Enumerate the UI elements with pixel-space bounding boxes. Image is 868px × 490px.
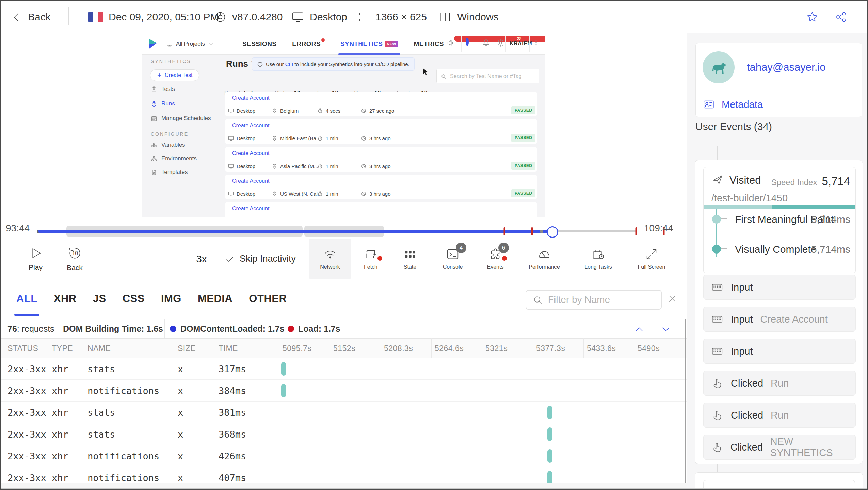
briefcase-icon xyxy=(592,247,605,261)
fullscreen-icon xyxy=(645,247,658,261)
network-request-row[interactable]: 2xx-3xxxhrnotificationsx407ms xyxy=(1,467,687,483)
run-card: Create AccountDesktopMiddle East (Ba...1… xyxy=(225,119,537,144)
favorite-button[interactable] xyxy=(806,1,819,33)
play-icon xyxy=(29,246,43,260)
info-icon xyxy=(257,61,263,67)
user-card: tahay@asayer.io Metadata xyxy=(695,43,862,117)
column-header-name: NAME xyxy=(87,339,111,358)
panel-button-long-tasks[interactable]: Long Tasks xyxy=(572,239,625,279)
network-tab-all[interactable]: ALL xyxy=(16,279,37,319)
panel-button-network[interactable]: Network xyxy=(309,239,351,279)
panel-button-console[interactable]: 4Console xyxy=(432,239,473,279)
user-event-input[interactable]: Input xyxy=(703,275,856,300)
network-tab-css[interactable]: CSS xyxy=(123,279,145,319)
panel-button-events[interactable]: 6Events xyxy=(475,239,516,279)
network-table-body: 2xx-3xxxhrstatsx317ms2xx-3xxxhrnotificat… xyxy=(1,358,687,483)
column-header-status: STATUS xyxy=(7,339,38,358)
request-timing-marker xyxy=(547,471,552,483)
timeline-scrubber[interactable] xyxy=(547,226,558,238)
metadata-button[interactable]: Metadata xyxy=(696,92,862,117)
clock-icon xyxy=(361,191,367,197)
play-button[interactable]: Play xyxy=(19,239,52,279)
column-header-time: TIME xyxy=(219,339,238,358)
chevron-left-icon xyxy=(11,11,22,23)
network-request-row[interactable]: 2xx-3xxxhrstatsx368ms xyxy=(1,423,687,445)
dom-content-loaded: DOMContentLoaded: 1.7s xyxy=(170,319,285,339)
run-card: Create AccountDesktopBelgium4 secs27 sec… xyxy=(225,92,537,116)
speed-index-label: Speed Index xyxy=(771,178,817,187)
network-request-row[interactable]: 2xx-3xxxhrstatsx381ms xyxy=(1,402,687,423)
user-event-clicked[interactable]: ClickedNEW SYNTHETICS xyxy=(703,435,856,460)
panel-button-fetch[interactable]: Fetch xyxy=(352,239,389,279)
network-request-row[interactable]: 2xx-3xxxhrnotificationsx384ms xyxy=(1,380,687,402)
back10-icon: 10 xyxy=(67,246,82,261)
visited-label: Visited xyxy=(729,174,761,186)
run-search-placeholder: Search by Test Name or #Tag xyxy=(450,73,521,79)
os-info: Windows xyxy=(439,1,499,33)
speed-button[interactable]: 3x xyxy=(190,239,213,279)
time-column-header: 5377.3s xyxy=(536,339,565,358)
brackets-icon xyxy=(358,11,370,23)
error-marker[interactable] xyxy=(531,227,533,235)
request-timing-marker xyxy=(547,449,552,463)
user-email-link[interactable]: tahay@asayer.io xyxy=(747,43,825,92)
skip-inactivity-label: Skip Inactivity xyxy=(240,254,296,264)
time-column-header: 5321s xyxy=(485,339,508,358)
visited-event-card[interactable]: Visited Speed Index 5,714 /test-builder/… xyxy=(703,167,856,273)
resolution-label: 1366 × 625 xyxy=(375,11,427,23)
share-button[interactable] xyxy=(835,1,848,33)
jump-down-button[interactable] xyxy=(660,323,672,336)
chevdown-icon xyxy=(208,41,214,47)
user-event-clicked[interactable]: ClickedRun xyxy=(703,371,856,396)
network-tab-xhr[interactable]: XHR xyxy=(54,279,77,319)
panel-button-state[interactable]: State xyxy=(392,239,428,279)
windows-icon xyxy=(439,11,452,23)
sidebar-section-label: SYNTHETICS xyxy=(151,59,191,64)
network-tab-other[interactable]: OTHER xyxy=(249,279,287,319)
replay-viewport[interactable]: All Projects SESSIONSERRORSSYNTHETICSNEW… xyxy=(1,33,687,217)
chevdown-icon xyxy=(660,323,672,336)
share-icon xyxy=(835,10,848,23)
next-group-card-partial xyxy=(695,472,863,489)
table-scrollbar-track[interactable] xyxy=(1,483,687,488)
network-filter-placeholder: Filter by Name xyxy=(548,294,610,305)
stopwatch-icon xyxy=(317,108,323,114)
error-marker[interactable] xyxy=(636,227,637,235)
replayed-app-sidebar: SYNTHETICSCreate TestTestsRunsManage Sch… xyxy=(142,54,222,217)
network-filter-input[interactable]: Filter by Name xyxy=(526,290,662,310)
project-selector: All Projects xyxy=(166,33,214,54)
panel-badge: 6 xyxy=(498,243,509,253)
panel-button-full-screen[interactable]: Full Screen xyxy=(625,239,678,279)
network-tab-img[interactable]: IMG xyxy=(161,279,181,319)
run-status-badge: PASSED xyxy=(511,189,535,197)
network-tab-media[interactable]: MEDIA xyxy=(198,279,232,319)
network-tab-js[interactable]: JS xyxy=(93,279,106,319)
keyboard-icon xyxy=(711,345,723,357)
back-button[interactable]: Back xyxy=(11,1,51,33)
sidebar-item-variables: Variables xyxy=(151,142,185,148)
close-panel-button[interactable] xyxy=(667,294,677,304)
monitor-icon xyxy=(291,10,304,23)
back-10-button[interactable]: 10 Back xyxy=(59,239,91,279)
chevup-icon xyxy=(633,323,645,336)
player-controls: Play 10 Back 3x Skip Inactivity NetworkF… xyxy=(1,239,687,279)
jump-up-button[interactable] xyxy=(633,323,645,336)
network-request-row[interactable]: 2xx-3xxxhrnotificationsx426ms xyxy=(1,445,687,467)
check-icon xyxy=(225,255,234,264)
dog-icon xyxy=(709,58,728,77)
user-event-clicked[interactable]: ClickedRun xyxy=(703,403,856,428)
user-event-input[interactable]: Input xyxy=(703,339,856,364)
horizontal-scrollbar[interactable] xyxy=(1,488,867,490)
user-event-input[interactable]: InputCreate Account xyxy=(703,307,856,332)
keyboard-icon xyxy=(711,281,723,293)
stopwatch-icon xyxy=(317,135,323,141)
info-icon xyxy=(257,61,263,67)
skip-inactivity-toggle[interactable]: Skip Inactivity xyxy=(225,239,296,279)
sidebar-item-runs: Runs xyxy=(151,100,175,107)
panel-button-performance[interactable]: Performance xyxy=(517,239,572,279)
timeline-track[interactable] xyxy=(38,217,636,239)
dcl-dot xyxy=(170,326,176,332)
network-request-row[interactable]: 2xx-3xxxhrstatsx317ms xyxy=(1,358,687,380)
replayed-tab-errors: ERRORS xyxy=(292,33,325,54)
error-marker[interactable] xyxy=(504,227,505,235)
